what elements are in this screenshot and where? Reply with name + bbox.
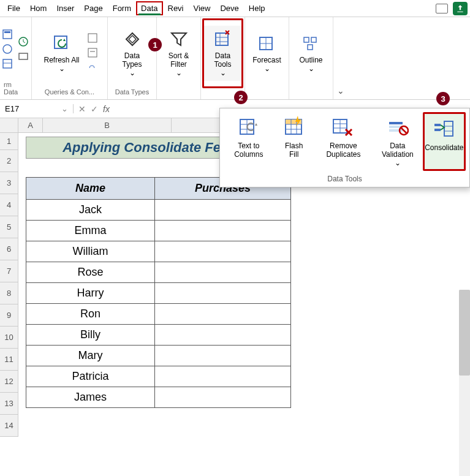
data-types-button[interactable]: Data Types ⌄ [112,26,153,81]
properties-icon[interactable] [87,47,99,59]
row-header[interactable]: 1 [0,133,18,150]
cell-purchases[interactable] [155,325,291,346]
cancel-icon[interactable]: ✕ [78,104,86,114]
svg-rect-20 [308,45,313,50]
chevron-down-icon: ⌄ [264,64,270,73]
row-header[interactable]: 7 [0,260,18,282]
fx-icon[interactable]: fx [103,104,110,114]
select-all-corner[interactable] [0,118,18,133]
row-header[interactable]: 10 [0,327,18,349]
cell-name[interactable]: Mary [26,346,155,366]
refresh-all-button[interactable]: Refresh All ⌄ [40,26,83,81]
from-web-icon[interactable] [2,43,14,56]
svg-rect-19 [311,37,316,42]
menu-insert[interactable]: Inser [51,1,79,15]
row-header[interactable]: 4 [0,194,18,216]
step-badge-2: 2 [234,91,248,104]
menu-view[interactable]: View [189,1,216,15]
svg-rect-37 [389,129,403,132]
row-header[interactable]: 6 [0,238,18,260]
cell-purchases[interactable] [155,387,291,408]
menu-page[interactable]: Page [79,1,107,15]
text-to-columns-button[interactable]: Text to Columns [224,112,274,171]
cell-name[interactable]: Harry [26,283,155,304]
outline-button[interactable]: Outline ⌄ [295,26,326,81]
table-row: Mary [26,346,291,366]
cell-name[interactable]: Billy [26,325,155,346]
data-table: Name Purchases JackEmmaWilliamRoseHarryR… [26,177,291,408]
row-header[interactable]: 12 [0,371,18,393]
cell-purchases[interactable] [155,304,291,325]
row-header[interactable]: 2 [0,150,18,172]
cell-purchases[interactable] [155,366,291,387]
row-header[interactable]: 13 [0,393,18,415]
row-header[interactable]: 3 [0,172,18,194]
comments-icon[interactable] [436,4,448,13]
group-label: Queries & Con... [45,87,94,97]
menu-file[interactable]: File [2,1,25,15]
row-header[interactable]: 9 [0,304,18,327]
cell-name[interactable]: Jack [26,200,155,221]
cell-purchases[interactable] [155,283,291,304]
cell-purchases[interactable] [155,200,291,221]
menu-developer[interactable]: Deve [215,1,243,15]
chevron-down-icon[interactable]: ⌄ [61,104,68,113]
column-header[interactable]: A [18,118,43,133]
svg-rect-44 [434,129,441,131]
cell-name[interactable]: Emma [26,221,155,241]
chevron-down-icon: ⌄ [129,69,135,77]
ribbon-group-queries: Refresh All ⌄ Queries & Con... [32,17,108,99]
scrollbar-thumb[interactable] [459,290,470,376]
column-header[interactable]: B [43,118,172,133]
share-button[interactable] [453,2,468,15]
table-row: Emma [26,221,291,241]
flash-fill-button[interactable]: Flash Fill [275,112,313,171]
ribbon-group-forecast: 2 Forecast ⌄ [245,17,289,99]
data-tools-button[interactable]: Data Tools ⌄ [204,26,241,81]
svg-rect-18 [304,37,309,42]
vertical-scrollbar[interactable] [459,290,470,476]
table-row: Jack [26,200,291,221]
get-data-icon[interactable] [2,29,14,41]
consolidate-button[interactable]: Consolidate [423,112,466,171]
menu-help[interactable]: Help [244,1,270,15]
cell-name[interactable]: Rose [26,262,155,283]
queries-icon[interactable] [87,32,99,45]
svg-rect-35 [389,122,403,124]
table-row: James [26,387,291,408]
cell-purchases[interactable] [155,346,291,366]
name-box[interactable]: E17 ⌄ [0,104,74,113]
cell-name[interactable]: James [26,387,155,408]
confirm-icon[interactable]: ✓ [91,104,98,114]
row-header[interactable]: 14 [0,415,18,437]
ribbon-collapse-icon[interactable]: ⌄ [333,82,348,99]
from-table-icon[interactable] [2,58,14,70]
cell-name[interactable]: Patricia [26,366,155,387]
menu-formulas[interactable]: Form [108,1,136,15]
svg-rect-3 [3,59,12,68]
group-label: rm Data [4,80,28,97]
existing-icon[interactable] [18,51,30,63]
row-header[interactable]: 11 [0,349,18,371]
menu-bar: File Hom Inser Page Form Data Revi View … [0,0,470,17]
forecast-button[interactable]: Forecast ⌄ [249,26,285,81]
remove-duplicates-button[interactable]: Remove Duplicates [314,112,373,171]
menu-data[interactable]: Data [136,1,162,15]
sort-filter-button[interactable]: Sort & Filter ⌄ [161,26,197,81]
cell-name[interactable]: William [26,241,155,262]
row-header[interactable]: 5 [0,216,18,238]
cell-purchases[interactable] [155,262,291,283]
table-row: Ron [26,304,291,325]
cell-purchases[interactable] [155,241,291,262]
cell-purchases[interactable] [155,221,291,241]
data-validation-button[interactable]: Data Validation ⌄ [374,112,421,171]
table-row: Billy [26,325,291,346]
row-header[interactable]: 8 [0,282,18,304]
menu-review[interactable]: Revi [163,1,189,15]
svg-rect-1 [4,31,10,33]
menu-home[interactable]: Hom [25,1,51,15]
chevron-down-icon: ⌄ [220,69,226,77]
cell-name[interactable]: Ron [26,304,155,325]
edit-links-icon[interactable] [87,62,99,74]
recent-icon[interactable] [18,36,30,48]
